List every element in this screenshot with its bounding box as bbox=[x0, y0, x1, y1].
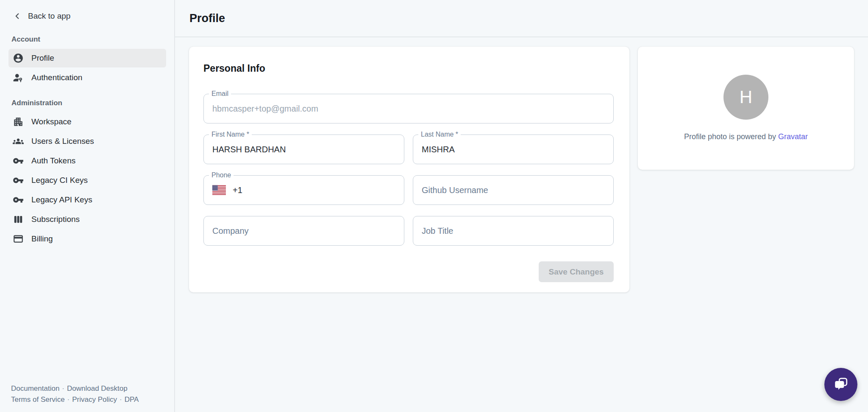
privacy-policy-link[interactable]: Privacy Policy bbox=[72, 395, 117, 404]
section-title-administration: Administration bbox=[0, 88, 174, 112]
person-key-icon bbox=[13, 72, 24, 83]
sidebar-item-label: Authentication bbox=[31, 73, 82, 82]
building-icon bbox=[13, 116, 24, 127]
email-field-label: Email bbox=[209, 90, 231, 98]
credit-card-icon bbox=[13, 233, 24, 244]
main-area: Profile Personal Info Email First Name *… bbox=[175, 0, 868, 412]
sidebar: Back to app Account Profile Authenticati… bbox=[0, 0, 175, 412]
github-username-input[interactable] bbox=[422, 185, 605, 195]
page-header: Profile bbox=[175, 0, 868, 37]
phone-field-label: Phone bbox=[209, 171, 234, 179]
sidebar-item-profile[interactable]: Profile bbox=[8, 49, 166, 67]
sidebar-item-label: Users & Licenses bbox=[31, 137, 94, 146]
github-username-field[interactable] bbox=[413, 175, 614, 205]
sidebar-item-legacy-api-keys[interactable]: Legacy API Keys bbox=[8, 191, 166, 209]
chevron-left-icon bbox=[13, 11, 22, 21]
sidebar-item-legacy-ci-keys[interactable]: Legacy CI Keys bbox=[8, 171, 166, 190]
content-area: Personal Info Email First Name * Last Na… bbox=[175, 37, 868, 302]
person-circle-icon bbox=[13, 53, 24, 64]
first-name-input[interactable] bbox=[212, 145, 395, 154]
page-title: Profile bbox=[189, 12, 225, 25]
footer-separator: · bbox=[65, 395, 72, 404]
us-flag-icon[interactable] bbox=[212, 184, 226, 196]
phone-field[interactable]: Phone bbox=[203, 175, 404, 205]
key-icon bbox=[13, 175, 24, 186]
personal-info-title: Personal Info bbox=[203, 63, 614, 74]
footer-separator: · bbox=[117, 395, 125, 404]
job-title-field[interactable] bbox=[413, 216, 614, 246]
chat-bubbles-icon bbox=[832, 376, 849, 393]
company-field[interactable] bbox=[203, 216, 404, 246]
first-name-field-label: First Name * bbox=[209, 131, 252, 138]
last-name-field-label: Last Name * bbox=[418, 131, 461, 138]
gravatar-caption: Profile photo is powered by Gravatar bbox=[684, 132, 808, 141]
footer-separator: · bbox=[59, 384, 67, 392]
footer-row-2: Terms of Service·Privacy Policy·DPA bbox=[11, 394, 139, 405]
download-desktop-link[interactable]: Download Desktop bbox=[67, 384, 128, 392]
company-input[interactable] bbox=[212, 226, 395, 236]
sidebar-item-label: Billing bbox=[31, 234, 53, 244]
sidebar-item-label: Workspace bbox=[31, 117, 72, 126]
sidebar-item-users-licenses[interactable]: Users & Licenses bbox=[8, 132, 166, 151]
section-title-account: Account bbox=[0, 24, 174, 48]
email-field[interactable]: Email bbox=[203, 94, 614, 123]
phone-dial-code: +1 bbox=[233, 185, 242, 195]
last-name-input[interactable] bbox=[422, 145, 605, 154]
chat-widget-button[interactable] bbox=[824, 368, 857, 401]
key-icon bbox=[13, 155, 24, 166]
sidebar-item-label: Auth Tokens bbox=[31, 156, 75, 165]
sidebar-item-label: Legacy API Keys bbox=[31, 195, 92, 205]
sidebar-footer: Documentation·Download Desktop Terms of … bbox=[11, 383, 139, 405]
bars-icon bbox=[13, 214, 24, 225]
back-to-app-button[interactable]: Back to app bbox=[0, 0, 174, 24]
dpa-link[interactable]: DPA bbox=[125, 395, 139, 404]
last-name-field[interactable]: Last Name * bbox=[413, 135, 614, 164]
job-title-input[interactable] bbox=[422, 226, 605, 236]
email-input[interactable] bbox=[212, 104, 605, 114]
groups-icon bbox=[13, 136, 24, 147]
sidebar-item-label: Profile bbox=[31, 53, 54, 63]
documentation-link[interactable]: Documentation bbox=[11, 384, 59, 392]
personal-info-card: Personal Info Email First Name * Last Na… bbox=[189, 47, 629, 292]
avatar: H bbox=[723, 75, 768, 120]
sidebar-item-subscriptions[interactable]: Subscriptions bbox=[8, 210, 166, 229]
save-changes-button[interactable]: Save Changes bbox=[539, 261, 614, 282]
sidebar-item-authentication[interactable]: Authentication bbox=[8, 68, 166, 87]
first-name-field[interactable]: First Name * bbox=[203, 135, 404, 164]
phone-input[interactable] bbox=[249, 185, 395, 195]
sidebar-item-billing[interactable]: Billing bbox=[8, 230, 166, 248]
sidebar-item-workspace[interactable]: Workspace bbox=[8, 112, 166, 131]
gravatar-link[interactable]: Gravatar bbox=[778, 132, 808, 141]
sidebar-item-label: Subscriptions bbox=[31, 215, 80, 224]
footer-row-1: Documentation·Download Desktop bbox=[11, 383, 139, 394]
gravatar-caption-text: Profile photo is powered by bbox=[684, 132, 778, 141]
gravatar-card: H Profile photo is powered by Gravatar bbox=[638, 47, 854, 170]
sidebar-item-label: Legacy CI Keys bbox=[31, 176, 88, 185]
terms-of-service-link[interactable]: Terms of Service bbox=[11, 395, 65, 404]
sidebar-item-auth-tokens[interactable]: Auth Tokens bbox=[8, 151, 166, 170]
key-icon bbox=[13, 194, 24, 205]
back-to-app-label: Back to app bbox=[28, 11, 70, 21]
